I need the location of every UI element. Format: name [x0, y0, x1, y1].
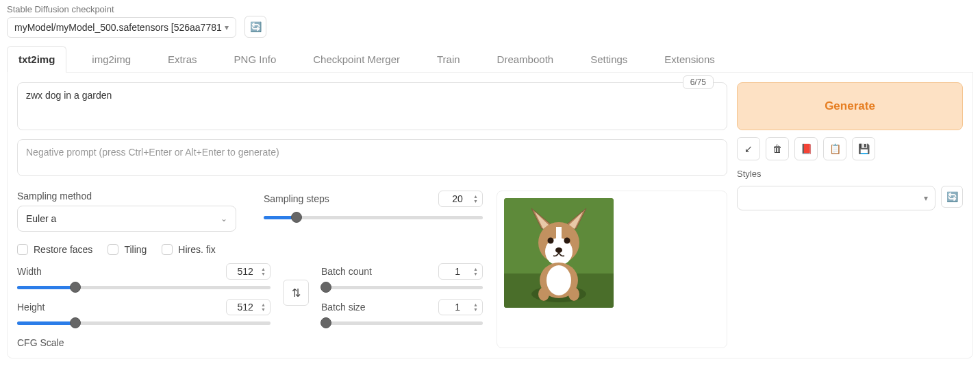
width-value: 512	[234, 266, 257, 277]
height-label: Height	[17, 302, 45, 313]
sampling-steps-slider[interactable]	[264, 211, 483, 223]
checkpoint-value: myModel/myModel_500.safetensors [526aa77…	[14, 22, 225, 33]
main-tabs: txt2img img2img Extras PNG Info Checkpoi…	[7, 46, 973, 73]
refresh-styles-button[interactable]: 🔄	[941, 186, 963, 208]
width-input[interactable]: 512▲▼	[226, 263, 271, 280]
sampling-method-label: Sampling method	[17, 191, 236, 202]
cfg-scale-label: CFG Scale	[17, 337, 271, 348]
batch-size-slider[interactable]	[321, 317, 483, 329]
refresh-icon: 🔄	[946, 191, 958, 202]
checkpoint-select[interactable]: myModel/myModel_500.safetensors [526aa77…	[7, 17, 236, 38]
chevron-down-icon: ⌄	[221, 214, 227, 223]
svg-rect-5	[556, 227, 562, 246]
width-label: Width	[17, 266, 42, 277]
stepper-icon[interactable]: ▲▼	[261, 302, 266, 312]
action-clipboard-button[interactable]: 📋	[823, 137, 846, 160]
action-clear-button[interactable]: 🗑	[766, 137, 789, 160]
batch-count-input[interactable]: 1▲▼	[438, 263, 483, 280]
tab-txt2img[interactable]: txt2img	[7, 46, 66, 72]
styles-select[interactable]: ▾	[737, 186, 935, 210]
save-icon: 💾	[858, 143, 870, 154]
swap-dimensions-button[interactable]: ⇅	[283, 280, 309, 306]
hires-fix-label: Hires. fix	[178, 244, 215, 255]
sampling-steps-label: Sampling steps	[264, 193, 329, 204]
svg-point-7	[564, 238, 570, 244]
book-icon: 📕	[801, 143, 812, 154]
batch-count-slider[interactable]	[321, 281, 483, 293]
svg-point-8	[555, 247, 562, 253]
output-panel	[497, 191, 727, 348]
tab-dreambooth[interactable]: Dreambooth	[486, 46, 566, 72]
tab-settings[interactable]: Settings	[579, 46, 639, 72]
batch-count-label: Batch count	[321, 266, 372, 277]
restore-faces-checkbox[interactable]: Restore faces	[17, 244, 92, 255]
tiling-label: Tiling	[124, 244, 147, 255]
height-value: 512	[234, 302, 257, 313]
generate-button[interactable]: Generate	[737, 82, 963, 130]
caret-down-icon: ▾	[924, 193, 928, 203]
tab-checkpoint-merger[interactable]: Checkpoint Merger	[301, 46, 412, 72]
svg-point-12	[568, 287, 579, 301]
sampling-steps-value: 20	[446, 193, 469, 204]
tab-img2img[interactable]: img2img	[80, 46, 142, 72]
width-slider[interactable]	[17, 281, 271, 293]
batch-count-value: 1	[446, 266, 469, 277]
height-input[interactable]: 512▲▼	[226, 299, 271, 315]
stepper-icon[interactable]: ▲▼	[473, 302, 478, 312]
stepper-icon[interactable]: ▲▼	[261, 267, 266, 276]
clipboard-icon: 📋	[829, 143, 841, 154]
swap-icon: ⇅	[292, 287, 301, 300]
restore-faces-label: Restore faces	[34, 244, 92, 255]
svg-point-11	[538, 287, 549, 301]
tab-train[interactable]: Train	[425, 46, 472, 72]
tab-extras[interactable]: Extras	[156, 46, 209, 72]
action-book-button[interactable]: 📕	[794, 137, 818, 160]
height-slider[interactable]	[17, 317, 271, 329]
sampling-steps-input[interactable]: 20 ▲▼	[438, 191, 483, 207]
batch-size-label: Batch size	[321, 302, 366, 313]
svg-point-10	[546, 265, 571, 295]
tab-png-info[interactable]: PNG Info	[223, 46, 288, 72]
refresh-checkpoint-button[interactable]: 🔄	[244, 16, 266, 38]
tiling-checkbox[interactable]: Tiling	[108, 244, 147, 255]
action-send-button[interactable]: ↙	[737, 137, 760, 160]
stepper-icon[interactable]: ▲▼	[473, 194, 478, 204]
action-save-button[interactable]: 💾	[852, 137, 875, 160]
arrow-down-left-icon: ↙	[744, 143, 753, 154]
stepper-icon[interactable]: ▲▼	[473, 267, 478, 276]
refresh-icon: 🔄	[250, 21, 262, 32]
trash-icon: 🗑	[772, 143, 782, 154]
chevron-down-icon: ▾	[225, 23, 229, 32]
batch-size-input[interactable]: 1▲▼	[438, 299, 483, 315]
token-counter: 6/75	[683, 75, 714, 89]
negative-prompt-input[interactable]	[17, 139, 727, 176]
generated-image[interactable]	[504, 198, 614, 308]
sampling-method-value: Euler a	[26, 213, 56, 224]
checkpoint-label: Stable Diffusion checkpoint	[7, 4, 236, 14]
sampling-method-select[interactable]: Euler a ⌄	[17, 206, 236, 232]
hires-fix-checkbox[interactable]: Hires. fix	[162, 244, 215, 255]
batch-size-value: 1	[446, 302, 469, 313]
prompt-input[interactable]	[17, 82, 727, 130]
styles-label: Styles	[737, 169, 963, 179]
tab-content: 6/75 Sampling method Euler a ⌄	[7, 73, 973, 358]
svg-point-6	[548, 238, 554, 244]
tab-extensions[interactable]: Extensions	[653, 46, 726, 72]
